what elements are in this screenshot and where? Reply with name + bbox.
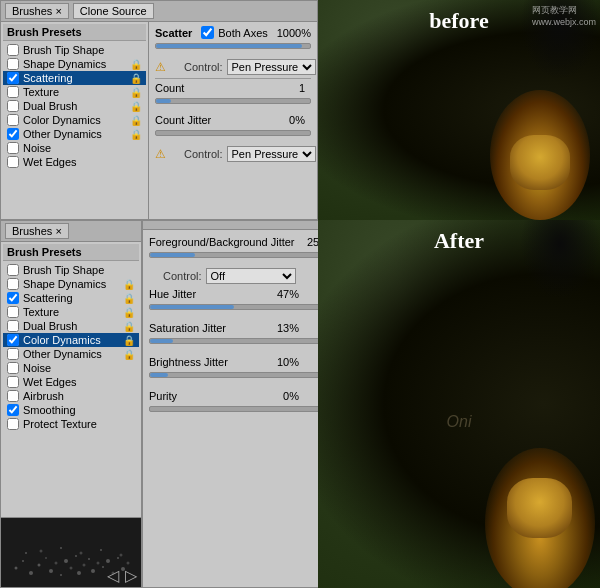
svg-point-26 — [100, 549, 102, 551]
svg-point-13 — [88, 558, 90, 560]
fg-control-select[interactable]: Off Pen Pressure — [206, 268, 296, 284]
bot-other-label: Other Dynamics — [23, 348, 102, 360]
preview-right-icon[interactable]: ▷ — [125, 566, 137, 585]
top-shape-dynamics[interactable]: Shape Dynamics 🔒 — [3, 57, 146, 71]
count-jitter-warning-icon: ⚠ — [155, 147, 166, 161]
bot-brush-tip-shape[interactable]: Brush Tip Shape — [3, 263, 139, 277]
top-texture[interactable]: Texture 🔒 — [3, 85, 146, 99]
top-dual-brush[interactable]: Dual Brush 🔒 — [3, 99, 146, 113]
clone-source-tab[interactable]: Clone Source — [73, 3, 154, 19]
bot-wet-label: Wet Edges — [23, 376, 77, 388]
bot-other-lock: 🔒 — [123, 349, 135, 360]
count-jitter-control-label: Control: — [184, 148, 223, 160]
bot-smoothing[interactable]: Smoothing — [3, 403, 139, 417]
bot-other-check[interactable] — [7, 348, 19, 360]
bot-brush-tip-check[interactable] — [7, 264, 19, 276]
top-scattering[interactable]: Scattering 🔒 — [3, 71, 146, 85]
dual-brush-check[interactable] — [7, 100, 19, 112]
bright-jitter-row: Brightness Jitter 10% — [149, 356, 329, 368]
bot-color-dynamics[interactable]: Color Dynamics 🔒 — [3, 333, 139, 347]
shape-dynamics-check[interactable] — [7, 58, 19, 70]
scatter-control-row: ⚠ Control: Pen Pressure Off — [155, 59, 311, 75]
bot-protect-label: Protect Texture — [23, 418, 97, 430]
bot-shape-dynamics[interactable]: Shape Dynamics 🔒 — [3, 277, 139, 291]
color-dynamics-tab-label — [147, 223, 155, 227]
scatter-panel: Scatter Both Axes 1000% ⚠ Control: — [149, 22, 317, 219]
bot-shape-check[interactable] — [7, 278, 19, 290]
bot-dual-lock: 🔒 — [123, 321, 135, 332]
color-dynamics-content: Foreground/Background Jitter 25% Control… — [143, 230, 335, 587]
count-row: Count 1 — [155, 82, 311, 94]
count-jitter-control-select[interactable]: Pen Pressure Off — [227, 146, 316, 162]
both-axes-check[interactable] — [201, 26, 214, 39]
bottom-brushes-tab[interactable]: Brushes × — [5, 223, 69, 239]
bot-color-check[interactable] — [7, 334, 19, 346]
bot-texture-check[interactable] — [7, 306, 19, 318]
bot-noise-label: Noise — [23, 362, 51, 374]
preview-left-icon[interactable]: ◁ — [107, 566, 119, 585]
texture-lock: 🔒 — [130, 87, 142, 98]
svg-point-2 — [29, 571, 33, 575]
texture-check[interactable] — [7, 86, 19, 98]
top-wet-edges[interactable]: Wet Edges — [3, 155, 146, 169]
svg-point-4 — [45, 557, 47, 559]
bot-brush-tip-label: Brush Tip Shape — [23, 264, 104, 276]
watermark-top: 网页教学网 www.webjx.com — [532, 4, 596, 27]
bot-color-label: Color Dynamics — [23, 334, 101, 346]
fg-bg-jitter-row: Foreground/Background Jitter 25% — [149, 236, 329, 248]
fg-control-label: Control: — [163, 270, 202, 282]
bot-scatter-lock: 🔒 — [123, 293, 135, 304]
sat-jitter-row: Saturation Jitter 13% — [149, 322, 329, 334]
dual-brush-label: Dual Brush — [23, 100, 77, 112]
top-brush-tip-shape[interactable]: Brush Tip Shape — [3, 43, 146, 57]
bot-dual-brush[interactable]: Dual Brush 🔒 — [3, 319, 139, 333]
bot-protect-check[interactable] — [7, 418, 19, 430]
color-dynamics-check[interactable] — [7, 114, 19, 126]
bot-texture-label: Texture — [23, 306, 59, 318]
svg-point-17 — [106, 559, 110, 563]
svg-point-12 — [83, 563, 86, 566]
top-other-dynamics[interactable]: Other Dynamics 🔒 — [3, 127, 146, 141]
bot-texture[interactable]: Texture 🔒 — [3, 305, 139, 319]
oni-text: Oni — [447, 413, 472, 431]
scatter-control-select[interactable]: Pen Pressure Off — [227, 59, 316, 75]
count-label: Count — [155, 82, 275, 94]
bot-wet-edges[interactable]: Wet Edges — [3, 375, 139, 389]
bot-shape-label: Shape Dynamics — [23, 278, 106, 290]
wet-edges-check[interactable] — [7, 156, 19, 168]
brushes-tab[interactable]: Brushes × — [5, 3, 69, 19]
scattering-check[interactable] — [7, 72, 19, 84]
top-noise[interactable]: Noise — [3, 141, 146, 155]
hue-jitter-row: Hue Jitter 47% — [149, 288, 329, 300]
bot-shape-lock: 🔒 — [123, 279, 135, 290]
bot-scatter-check[interactable] — [7, 292, 19, 304]
bot-noise-check[interactable] — [7, 362, 19, 374]
right-side-images: before 网页教学网 www.webjx.com Oni After — [318, 0, 600, 588]
top-color-dynamics[interactable]: Color Dynamics 🔒 — [3, 113, 146, 127]
fg-bg-jitter-label: Foreground/Background Jitter — [149, 236, 299, 248]
bot-smooth-check[interactable] — [7, 404, 19, 416]
bot-airbrush[interactable]: Airbrush — [3, 389, 139, 403]
bot-noise[interactable]: Noise — [3, 361, 139, 375]
purity-value: 0% — [269, 390, 299, 402]
bot-air-label: Airbrush — [23, 390, 64, 402]
other-dynamics-check[interactable] — [7, 128, 19, 140]
count-jitter-row: Count Jitter 0% — [155, 114, 311, 126]
brush-tip-shape-check[interactable] — [7, 44, 19, 56]
bot-protect-texture[interactable]: Protect Texture — [3, 417, 139, 431]
bot-scatter-label: Scattering — [23, 292, 73, 304]
bot-dual-check[interactable] — [7, 320, 19, 332]
noise-label: Noise — [23, 142, 51, 154]
noise-check[interactable] — [7, 142, 19, 154]
bot-air-check[interactable] — [7, 390, 19, 402]
svg-point-10 — [75, 555, 77, 557]
brush-preview: ◁ ▷ — [1, 517, 141, 587]
bright-jitter-value: 10% — [269, 356, 299, 368]
scatter-title: Scatter — [155, 27, 192, 39]
svg-point-9 — [70, 566, 73, 569]
bot-other-dynamics[interactable]: Other Dynamics 🔒 — [3, 347, 139, 361]
after-label: After — [434, 228, 484, 254]
bot-wet-check[interactable] — [7, 376, 19, 388]
bot-scattering[interactable]: Scattering 🔒 — [3, 291, 139, 305]
shape-dynamics-lock: 🔒 — [130, 59, 142, 70]
